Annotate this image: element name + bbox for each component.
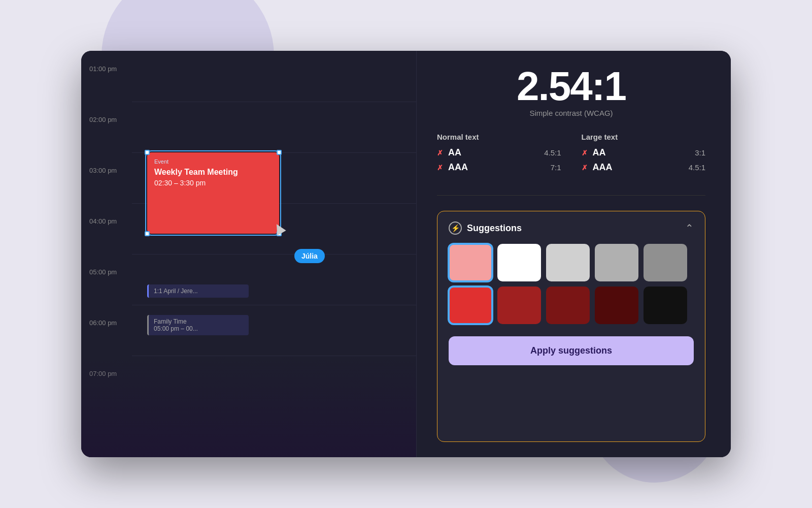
swatch-medium-gray[interactable]	[595, 244, 638, 281]
grid-line	[132, 102, 416, 102]
swatch-white[interactable]	[497, 244, 541, 281]
swatch-red[interactable]	[449, 287, 492, 324]
time-slot-1pm: 01:00 pm	[81, 61, 132, 112]
contrast-ratio-section: 2.54:1 Simple contrast (WCAG)	[437, 66, 705, 117]
lightning-symbol: ⚡	[451, 224, 460, 232]
suggestions-title-text: Suggestions	[467, 223, 522, 234]
large-text-section: Large text ✗ AA 3:1 ✗ AAA 4.5:1	[582, 133, 706, 175]
ct-label-aa-large: AA	[593, 147, 606, 158]
ct-row-aaa-normal: ✗ AAA 7:1	[437, 160, 561, 175]
swatch-black[interactable]	[644, 287, 687, 324]
ct-ratio-aaa-large: 4.5:1	[689, 163, 705, 172]
ct-ratio-aa-large: 3:1	[695, 148, 705, 157]
grid-line	[132, 305, 416, 305]
grid-line	[132, 356, 416, 356]
swatch-light-pink[interactable]	[449, 244, 492, 281]
calendar-panel: 01:00 pm 02:00 pm 03:00 pm 04:00 pm 05:0…	[81, 51, 416, 457]
time-slot-3pm: 03:00 pm	[81, 163, 132, 213]
ct-ratio-aa-normal: 4.5:1	[544, 148, 561, 157]
swatch-light-gray[interactable]	[546, 244, 590, 281]
ratio-number: 2.54:1	[437, 66, 705, 107]
ct-label-aaa-large: AAA	[593, 162, 613, 173]
lightning-icon: ⚡	[449, 221, 462, 235]
resize-handle-bl[interactable]	[145, 231, 150, 236]
calendar-event-selected[interactable]: Event Weekly Team Meeting 02:30 – 3:30 p…	[147, 152, 279, 234]
event-label: Event	[154, 158, 272, 165]
swatches-row-1	[449, 244, 694, 281]
julia-badge[interactable]: Júlia	[294, 249, 325, 263]
suggestions-panel: ⚡ Suggestions ⌃	[437, 211, 705, 442]
event-family-title: Family Time	[154, 318, 244, 325]
fail-icon-aa-large: ✗	[582, 149, 588, 157]
ct-row-aaa-large: ✗ AAA 4.5:1	[582, 160, 706, 175]
fail-icon-aaa-large: ✗	[582, 164, 588, 172]
swatch-dark-gray[interactable]	[644, 244, 687, 281]
large-text-header: Large text	[582, 133, 706, 145]
swatch-very-dark-red[interactable]	[595, 287, 638, 324]
apply-suggestions-button[interactable]: Apply suggestions	[449, 336, 694, 365]
grid-line	[132, 254, 416, 255]
time-slot-7pm: 07:00 pm	[81, 366, 132, 417]
event-title: Weekly Team Meeting	[154, 168, 272, 177]
suggestions-header: ⚡ Suggestions ⌃	[449, 221, 694, 235]
contrast-panel: 2.54:1 Simple contrast (WCAG) Normal tex…	[416, 51, 731, 457]
event-family[interactable]: Family Time 05:00 pm – 00...	[147, 315, 249, 335]
fail-icon-aaa-normal: ✗	[437, 164, 443, 172]
time-slot-6pm: 06:00 pm	[81, 315, 132, 366]
ct-label-aaa-normal: AAA	[448, 162, 468, 173]
event-family-time: 05:00 pm – 00...	[154, 325, 244, 332]
collapse-suggestions-button[interactable]: ⌃	[685, 222, 694, 234]
time-column: 01:00 pm 02:00 pm 03:00 pm 04:00 pm 05:0…	[81, 51, 132, 457]
ct-row-aa-large: ✗ AA 3:1	[582, 145, 706, 160]
swatches-row-2	[449, 287, 694, 324]
event-time: 02:30 – 3:30 pm	[154, 179, 272, 187]
suggestions-title-group: ⚡ Suggestions	[449, 221, 522, 235]
swatch-darker-red[interactable]	[546, 287, 590, 324]
swatch-dark-red[interactable]	[497, 287, 541, 324]
time-slot-4pm: 04:00 pm	[81, 213, 132, 264]
resize-handle-tl[interactable]	[145, 150, 150, 155]
ratio-label: Simple contrast (WCAG)	[437, 109, 705, 117]
fail-icon-aa-normal: ✗	[437, 149, 443, 157]
normal-text-section: Normal text ✗ AA 4.5:1 ✗ AAA 7:1	[437, 133, 561, 175]
contrast-table: Normal text ✗ AA 4.5:1 ✗ AAA 7:1 Large t…	[437, 128, 705, 180]
event-1on1[interactable]: 1:1 April / Jere...	[147, 284, 249, 298]
time-slot-5pm: 05:00 pm	[81, 264, 132, 315]
main-window: 01:00 pm 02:00 pm 03:00 pm 04:00 pm 05:0…	[81, 51, 731, 457]
time-slot-2pm: 02:00 pm	[81, 112, 132, 163]
ct-row-aa-normal: ✗ AA 4.5:1	[437, 145, 561, 160]
event-1on1-title: 1:1 April / Jere...	[154, 288, 244, 295]
resize-handle-tr[interactable]	[277, 150, 282, 155]
divider	[437, 195, 705, 196]
ct-ratio-aaa-normal: 7:1	[551, 163, 561, 172]
calendar-grid	[132, 51, 416, 457]
ct-label-aa-normal: AA	[448, 147, 461, 158]
normal-text-header: Normal text	[437, 133, 561, 145]
